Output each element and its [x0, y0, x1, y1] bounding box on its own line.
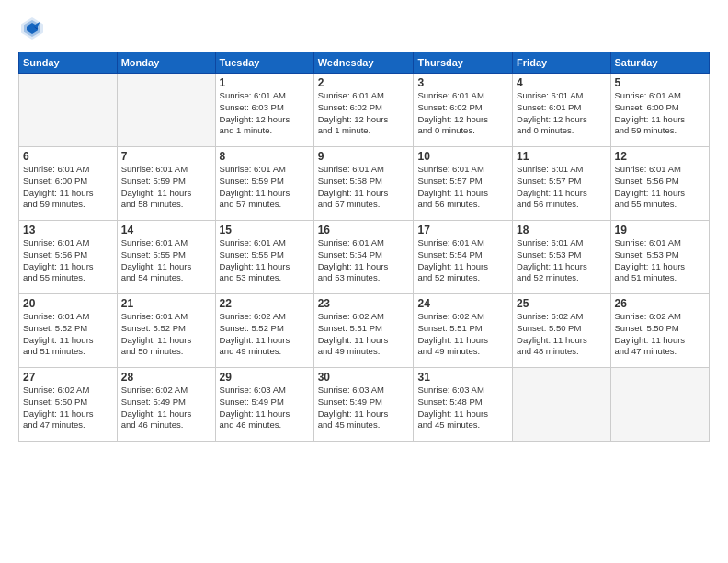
day-info: Sunrise: 6:02 AMSunset: 5:51 PMDaylight:…: [417, 311, 508, 358]
day-info: Sunrise: 6:01 AMSunset: 5:54 PMDaylight:…: [318, 237, 410, 284]
day-info: Sunrise: 6:01 AMSunset: 5:59 PMDaylight:…: [220, 164, 310, 211]
day-number: 3: [417, 76, 508, 89]
calendar-cell: 20Sunrise: 6:01 AMSunset: 5:52 PMDayligh…: [19, 294, 118, 368]
column-header-sunday: Sunday: [19, 52, 118, 74]
day-info: Sunrise: 6:01 AMSunset: 5:54 PMDaylight:…: [417, 237, 508, 284]
day-number: 23: [318, 297, 410, 310]
calendar-cell: 25Sunrise: 6:02 AMSunset: 5:50 PMDayligh…: [513, 294, 610, 368]
day-number: 13: [23, 224, 113, 236]
calendar-cell: 1Sunrise: 6:01 AMSunset: 6:03 PMDaylight…: [215, 74, 313, 147]
calendar-cell: [19, 74, 118, 147]
day-info: Sunrise: 6:01 AMSunset: 6:00 PMDaylight:…: [615, 90, 705, 137]
calendar-cell: 23Sunrise: 6:02 AMSunset: 5:51 PMDayligh…: [313, 294, 414, 368]
day-number: 17: [417, 224, 508, 236]
calendar-cell: 4Sunrise: 6:01 AMSunset: 6:01 PMDaylight…: [513, 74, 610, 147]
day-info: Sunrise: 6:01 AMSunset: 5:58 PMDaylight:…: [318, 164, 410, 211]
day-info: Sunrise: 6:01 AMSunset: 5:57 PMDaylight:…: [417, 164, 508, 211]
calendar-cell: 6Sunrise: 6:01 AMSunset: 6:00 PMDaylight…: [19, 147, 118, 221]
day-info: Sunrise: 6:02 AMSunset: 5:50 PMDaylight:…: [615, 311, 705, 358]
calendar-cell: 5Sunrise: 6:01 AMSunset: 6:00 PMDaylight…: [610, 74, 709, 147]
day-number: 25: [517, 297, 606, 310]
calendar-cell: 28Sunrise: 6:02 AMSunset: 5:49 PMDayligh…: [117, 368, 215, 442]
calendar-cell: 30Sunrise: 6:03 AMSunset: 5:49 PMDayligh…: [313, 368, 414, 442]
calendar-cell: 8Sunrise: 6:01 AMSunset: 5:59 PMDaylight…: [215, 147, 313, 221]
column-header-monday: Monday: [117, 52, 215, 74]
day-info: Sunrise: 6:02 AMSunset: 5:49 PMDaylight:…: [121, 385, 211, 431]
column-header-saturday: Saturday: [610, 52, 709, 74]
day-number: 20: [23, 297, 113, 310]
calendar-cell: 9Sunrise: 6:01 AMSunset: 5:58 PMDaylight…: [313, 147, 414, 221]
day-info: Sunrise: 6:02 AMSunset: 5:50 PMDaylight:…: [517, 311, 606, 358]
day-number: 24: [417, 297, 508, 310]
day-info: Sunrise: 6:03 AMSunset: 5:49 PMDaylight:…: [318, 385, 410, 431]
day-number: 27: [23, 371, 113, 384]
calendar-cell: 11Sunrise: 6:01 AMSunset: 5:57 PMDayligh…: [513, 147, 610, 221]
calendar-cell: 3Sunrise: 6:01 AMSunset: 6:02 PMDaylight…: [414, 74, 513, 147]
day-number: 1: [220, 76, 310, 89]
calendar-cell: 24Sunrise: 6:02 AMSunset: 5:51 PMDayligh…: [414, 294, 513, 368]
day-info: Sunrise: 6:01 AMSunset: 5:52 PMDaylight:…: [23, 311, 113, 358]
column-header-friday: Friday: [513, 52, 610, 74]
day-info: Sunrise: 6:01 AMSunset: 5:53 PMDaylight:…: [615, 237, 705, 284]
day-number: 9: [318, 150, 410, 163]
calendar-cell: 15Sunrise: 6:01 AMSunset: 5:55 PMDayligh…: [215, 221, 313, 294]
day-number: 28: [121, 371, 211, 384]
column-header-wednesday: Wednesday: [313, 52, 414, 74]
day-info: Sunrise: 6:03 AMSunset: 5:49 PMDaylight:…: [220, 385, 310, 431]
calendar-cell: 16Sunrise: 6:01 AMSunset: 5:54 PMDayligh…: [313, 221, 414, 294]
calendar-cell: 7Sunrise: 6:01 AMSunset: 5:59 PMDaylight…: [117, 147, 215, 221]
day-number: 6: [23, 150, 113, 163]
day-info: Sunrise: 6:01 AMSunset: 5:55 PMDaylight:…: [220, 237, 310, 284]
calendar-cell: 29Sunrise: 6:03 AMSunset: 5:49 PMDayligh…: [215, 368, 313, 442]
day-number: 10: [417, 150, 508, 163]
calendar-cell: 2Sunrise: 6:01 AMSunset: 6:02 PMDaylight…: [313, 74, 414, 147]
day-number: 2: [318, 76, 410, 89]
day-info: Sunrise: 6:01 AMSunset: 5:53 PMDaylight:…: [517, 237, 606, 284]
day-number: 8: [220, 150, 310, 163]
calendar-cell: 27Sunrise: 6:02 AMSunset: 5:50 PMDayligh…: [19, 368, 118, 442]
calendar-cell: 17Sunrise: 6:01 AMSunset: 5:54 PMDayligh…: [414, 221, 513, 294]
day-info: Sunrise: 6:01 AMSunset: 5:56 PMDaylight:…: [615, 164, 705, 211]
day-number: 26: [615, 297, 705, 310]
day-number: 22: [220, 297, 310, 310]
calendar-cell: 31Sunrise: 6:03 AMSunset: 5:48 PMDayligh…: [414, 368, 513, 442]
calendar-cell: 26Sunrise: 6:02 AMSunset: 5:50 PMDayligh…: [610, 294, 709, 368]
day-info: Sunrise: 6:01 AMSunset: 6:02 PMDaylight:…: [318, 90, 410, 137]
day-info: Sunrise: 6:02 AMSunset: 5:51 PMDaylight:…: [318, 311, 410, 358]
day-info: Sunrise: 6:01 AMSunset: 5:56 PMDaylight:…: [23, 237, 113, 284]
logo: [18, 15, 50, 42]
calendar-cell: 21Sunrise: 6:01 AMSunset: 5:52 PMDayligh…: [117, 294, 215, 368]
day-number: 18: [517, 224, 606, 236]
day-info: Sunrise: 6:02 AMSunset: 5:50 PMDaylight:…: [23, 385, 113, 431]
day-info: Sunrise: 6:01 AMSunset: 5:57 PMDaylight:…: [517, 164, 606, 211]
day-info: Sunrise: 6:02 AMSunset: 5:52 PMDaylight:…: [220, 311, 310, 358]
day-number: 7: [121, 150, 211, 163]
calendar-cell: [117, 74, 215, 147]
logo-icon: [18, 15, 46, 42]
calendar-header-row: SundayMondayTuesdayWednesdayThursdayFrid…: [19, 52, 710, 74]
column-header-thursday: Thursday: [414, 52, 513, 74]
day-info: Sunrise: 6:01 AMSunset: 6:00 PMDaylight:…: [23, 164, 113, 211]
calendar-cell: 22Sunrise: 6:02 AMSunset: 5:52 PMDayligh…: [215, 294, 313, 368]
day-number: 4: [517, 76, 606, 89]
page-header: [18, 15, 710, 42]
day-info: Sunrise: 6:01 AMSunset: 5:59 PMDaylight:…: [121, 164, 211, 211]
calendar-cell: 10Sunrise: 6:01 AMSunset: 5:57 PMDayligh…: [414, 147, 513, 221]
day-info: Sunrise: 6:01 AMSunset: 5:55 PMDaylight:…: [121, 237, 211, 284]
day-info: Sunrise: 6:01 AMSunset: 6:01 PMDaylight:…: [517, 90, 606, 137]
day-number: 16: [318, 224, 410, 236]
calendar-cell: 14Sunrise: 6:01 AMSunset: 5:55 PMDayligh…: [117, 221, 215, 294]
calendar-cell: 19Sunrise: 6:01 AMSunset: 5:53 PMDayligh…: [610, 221, 709, 294]
day-number: 31: [417, 371, 508, 384]
week-row-2: 6Sunrise: 6:01 AMSunset: 6:00 PMDaylight…: [19, 147, 710, 221]
day-number: 30: [318, 371, 410, 384]
day-info: Sunrise: 6:01 AMSunset: 6:03 PMDaylight:…: [220, 90, 310, 137]
week-row-4: 20Sunrise: 6:01 AMSunset: 5:52 PMDayligh…: [19, 294, 710, 368]
day-info: Sunrise: 6:01 AMSunset: 6:02 PMDaylight:…: [417, 90, 508, 137]
calendar-cell: 13Sunrise: 6:01 AMSunset: 5:56 PMDayligh…: [19, 221, 118, 294]
day-number: 21: [121, 297, 211, 310]
day-number: 15: [220, 224, 310, 236]
week-row-5: 27Sunrise: 6:02 AMSunset: 5:50 PMDayligh…: [19, 368, 710, 442]
page-container: SundayMondayTuesdayWednesdayThursdayFrid…: [0, 0, 728, 451]
week-row-3: 13Sunrise: 6:01 AMSunset: 5:56 PMDayligh…: [19, 221, 710, 294]
